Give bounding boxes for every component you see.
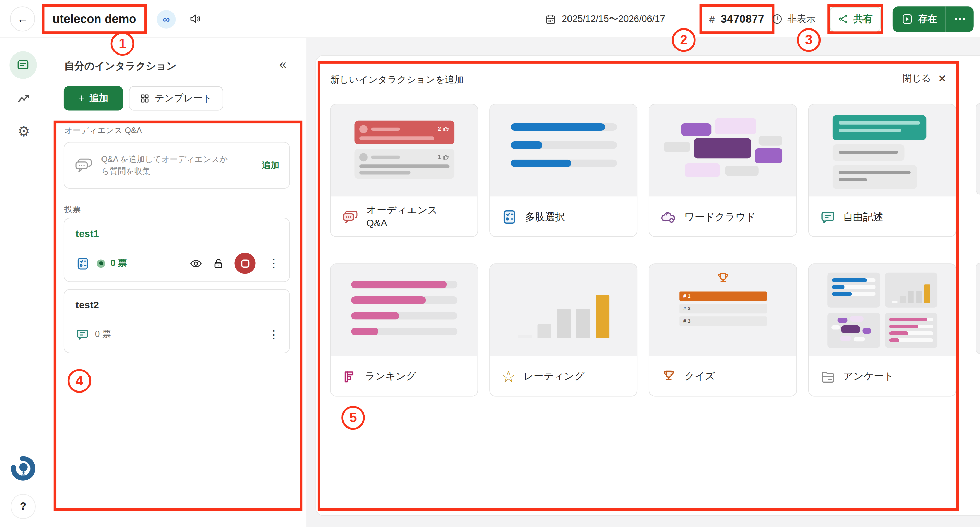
collapse-panel-button[interactable]: « <box>280 57 286 72</box>
panel-title: 自分のインタラクション <box>64 60 177 73</box>
quiz-illustration: # 1 # 2 # 3 <box>649 264 796 356</box>
poll-card-test1[interactable]: test1 0 票 <box>64 217 290 282</box>
interaction-card-rating[interactable]: ☆ レーティング <box>489 263 638 396</box>
back-button[interactable]: ← <box>10 6 35 31</box>
kebab-menu-icon[interactable]: ⋮ <box>266 256 282 270</box>
more-options-button[interactable]: ⋯ <box>947 6 974 32</box>
qa-prompt-card[interactable]: Q&A を追加してオーディエンスから質問を収集 追加 <box>64 142 290 189</box>
like-count: 1 <box>438 154 441 160</box>
trend-up-icon <box>16 91 31 106</box>
multiple-choice-icon <box>501 209 517 225</box>
present-label: 存在 <box>918 13 937 25</box>
vote-count: 0 票 <box>95 329 111 340</box>
card-label: アンケート <box>843 370 894 383</box>
annotation-box-1: utelecon demo <box>42 5 147 34</box>
multiple-choice-illustration <box>490 104 637 196</box>
kebab-menu-icon[interactable]: ⋮ <box>266 327 282 342</box>
poll-controls-row: 0 票 ⋮ <box>76 323 282 346</box>
poll-title: test2 <box>76 300 99 311</box>
voting-code[interactable]: 3470877 <box>721 13 764 25</box>
interaction-card-open-ended[interactable]: 自由記述 <box>808 104 956 237</box>
rail-item-interactions[interactable] <box>9 51 37 78</box>
qa-illustration: 2 1 <box>331 104 477 196</box>
interaction-card-audience-qa[interactable]: 2 1 <box>330 104 478 237</box>
word-cloud-illustration <box>649 104 796 196</box>
card-label: 多肢選択 <box>525 211 565 224</box>
close-icon: ✕ <box>938 72 946 85</box>
grid-icon <box>140 94 149 103</box>
question-mark-icon: ? <box>20 500 26 513</box>
templates-label: テンプレート <box>154 93 212 105</box>
qa-section-label: オーディエンス Q&A <box>64 125 142 137</box>
stop-button[interactable] <box>235 252 256 274</box>
vote-count: 0 票 <box>111 258 127 269</box>
card-label: ランキング <box>365 370 416 383</box>
interaction-card-word-cloud[interactable]: ワードクラウド <box>649 104 797 237</box>
add-label: 追加 <box>90 93 109 105</box>
interaction-card-multiple-choice[interactable]: 多肢選択 <box>489 104 638 237</box>
partial-card-sliver <box>975 263 980 354</box>
speaker-icon[interactable] <box>189 12 202 25</box>
quiz-rank-3: # 3 <box>679 316 766 326</box>
card-label: レーティング <box>523 370 584 383</box>
topbar-divider <box>694 11 694 27</box>
poll-title: test1 <box>76 228 99 240</box>
ranking-icon <box>342 369 358 384</box>
chevrons-left-icon: « <box>280 57 286 71</box>
share-nodes-icon <box>838 14 849 24</box>
ellipsis-icon: ⋯ <box>954 12 966 26</box>
share-label: 共有 <box>854 13 873 25</box>
card-label: オーディエンス Q&A <box>366 204 460 230</box>
star-icon: ☆ <box>501 369 516 385</box>
calendar-icon <box>545 13 556 25</box>
close-modal-button[interactable]: 閉じる ✕ <box>902 72 947 85</box>
card-label: 自由記述 <box>843 211 883 224</box>
present-button[interactable]: 存在 <box>892 6 946 32</box>
multiple-choice-icon <box>76 256 90 270</box>
annotation-box-3: 共有 <box>827 5 883 34</box>
templates-button[interactable]: テンプレート <box>129 86 223 111</box>
presentation-title: utelecon demo <box>52 12 136 26</box>
stop-square-icon <box>241 259 249 268</box>
annotation-box-2: # 3470877 <box>700 5 775 34</box>
help-button[interactable]: ? <box>11 494 36 519</box>
mentimeter-logo[interactable] <box>9 455 37 482</box>
webex-badge[interactable]: ∞ <box>157 10 175 29</box>
unlock-icon[interactable] <box>213 257 224 269</box>
close-label: 閉じる <box>902 72 931 85</box>
date-range-label: 2025/12/15〜2026/06/17 <box>562 13 665 25</box>
qa-add-link[interactable]: 追加 <box>262 160 280 171</box>
cloud-icon <box>661 209 677 225</box>
poll-controls-row: 0 票 <box>76 252 282 275</box>
rail-item-results[interactable] <box>16 91 32 107</box>
interaction-card-quiz[interactable]: # 1 # 2 # 3 クイズ <box>649 263 797 396</box>
top-bar: ← utelecon demo ∞ 2025/12/15〜202 <box>0 0 980 38</box>
play-square-icon <box>901 13 913 25</box>
quiz-rank-2: # 2 <box>679 304 766 313</box>
nav-rail: ⚙ ? <box>0 38 47 527</box>
interaction-card-survey[interactable]: アンケート <box>808 263 956 396</box>
interactions-panel: 自分のインタラクション « + 追加 テンプレート オーディエンス Q&A <box>47 38 306 527</box>
hidden-toggle[interactable]: 非表示 <box>771 0 815 38</box>
interaction-card-ranking[interactable]: ランキング <box>330 263 478 396</box>
rail-item-settings[interactable]: ⚙ <box>16 123 32 139</box>
qa-bubbles-icon <box>75 157 93 174</box>
add-interaction-button[interactable]: + 追加 <box>64 86 123 111</box>
webex-logo-icon: ∞ <box>162 14 170 25</box>
hash-icon: # <box>710 14 714 24</box>
eye-icon[interactable] <box>189 257 202 270</box>
plus-icon: + <box>78 92 85 105</box>
like-count: 2 <box>438 126 441 132</box>
qa-prompt-text: Q&A を追加してオーディエンスから質問を収集 <box>101 154 234 177</box>
partial-card-sliver <box>975 103 980 195</box>
back-arrow-icon: ← <box>17 12 28 26</box>
trophy-icon <box>715 271 730 286</box>
open-ended-icon <box>820 209 836 225</box>
share-button[interactable]: 共有 <box>830 7 881 31</box>
rating-illustration <box>490 264 637 356</box>
gear-icon: ⚙ <box>17 124 30 139</box>
live-status-dot <box>97 259 105 268</box>
poll-card-test2[interactable]: test2 0 票 ⋮ <box>64 289 290 353</box>
date-range-control[interactable]: 2025/12/15〜2026/06/17 <box>545 0 665 38</box>
present-split-button: 存在 ⋯ <box>892 6 974 32</box>
